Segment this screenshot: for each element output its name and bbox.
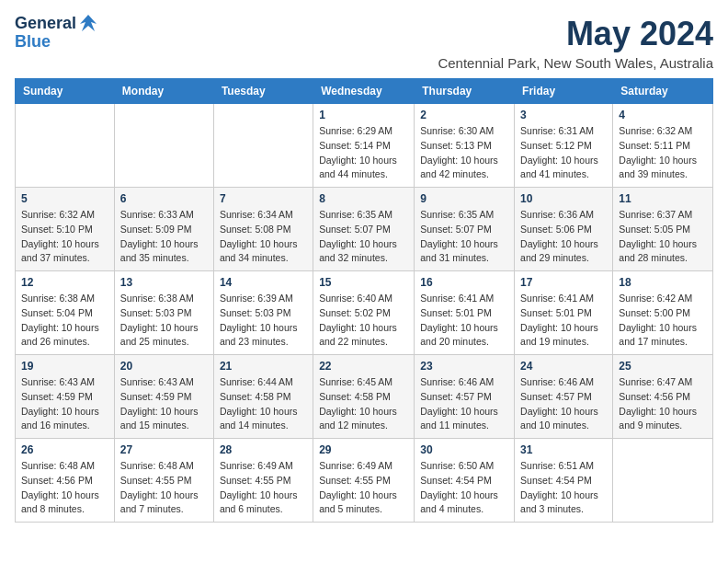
calendar-cell: 13Sunrise: 6:38 AM Sunset: 5:03 PM Dayli… (114, 271, 213, 355)
calendar-cell: 1Sunrise: 6:29 AM Sunset: 5:14 PM Daylig… (313, 104, 415, 188)
day-info: Sunrise: 6:30 AM Sunset: 5:13 PM Dayligh… (420, 124, 508, 182)
calendar-header-saturday: Saturday (613, 79, 713, 104)
calendar-header-row: SundayMondayTuesdayWednesdayThursdayFrid… (16, 79, 713, 104)
day-info: Sunrise: 6:31 AM Sunset: 5:12 PM Dayligh… (520, 124, 607, 182)
calendar-cell: 15Sunrise: 6:40 AM Sunset: 5:02 PM Dayli… (313, 271, 415, 355)
day-number: 27 (120, 443, 208, 456)
calendar-cell: 20Sunrise: 6:43 AM Sunset: 4:59 PM Dayli… (114, 355, 213, 439)
calendar-cell: 25Sunrise: 6:47 AM Sunset: 4:56 PM Dayli… (613, 355, 713, 439)
page-header: General Blue May 2024 Centennial Park, N… (15, 15, 713, 71)
day-info: Sunrise: 6:41 AM Sunset: 5:01 PM Dayligh… (520, 292, 607, 350)
day-info: Sunrise: 6:38 AM Sunset: 5:04 PM Dayligh… (21, 292, 108, 350)
calendar-week-row: 26Sunrise: 6:48 AM Sunset: 4:56 PM Dayli… (16, 439, 713, 523)
calendar-cell: 19Sunrise: 6:43 AM Sunset: 4:59 PM Dayli… (16, 355, 115, 439)
calendar-cell: 28Sunrise: 6:49 AM Sunset: 4:55 PM Dayli… (213, 439, 313, 523)
day-number: 20 (120, 360, 208, 373)
logo-bird-icon (78, 13, 98, 33)
day-number: 8 (319, 192, 408, 205)
calendar-cell: 23Sunrise: 6:46 AM Sunset: 4:57 PM Dayli… (415, 355, 515, 439)
day-number: 7 (220, 192, 307, 205)
calendar-cell: 10Sunrise: 6:36 AM Sunset: 5:06 PM Dayli… (515, 188, 613, 271)
day-number: 19 (21, 360, 108, 373)
day-number: 21 (220, 360, 307, 373)
calendar-week-row: 5Sunrise: 6:32 AM Sunset: 5:10 PM Daylig… (16, 188, 713, 271)
day-number: 23 (420, 360, 508, 373)
day-number: 5 (21, 192, 108, 205)
calendar-cell: 17Sunrise: 6:41 AM Sunset: 5:01 PM Dayli… (515, 271, 613, 355)
day-info: Sunrise: 6:51 AM Sunset: 4:54 PM Dayligh… (520, 459, 607, 517)
calendar-cell: 16Sunrise: 6:41 AM Sunset: 5:01 PM Dayli… (415, 271, 515, 355)
day-number: 18 (619, 276, 707, 289)
day-number: 22 (319, 360, 408, 373)
calendar-cell (213, 104, 313, 188)
day-info: Sunrise: 6:48 AM Sunset: 4:55 PM Dayligh… (120, 459, 208, 517)
calendar-cell: 3Sunrise: 6:31 AM Sunset: 5:12 PM Daylig… (515, 104, 613, 188)
day-number: 29 (319, 443, 408, 456)
day-number: 28 (220, 443, 307, 456)
calendar-week-row: 19Sunrise: 6:43 AM Sunset: 4:59 PM Dayli… (16, 355, 713, 439)
title-area: May 2024 Centennial Park, New South Wale… (438, 15, 713, 71)
day-info: Sunrise: 6:32 AM Sunset: 5:11 PM Dayligh… (619, 124, 707, 182)
calendar-cell (613, 439, 713, 523)
logo-text-blue: Blue (15, 33, 98, 52)
day-info: Sunrise: 6:46 AM Sunset: 4:57 PM Dayligh… (520, 375, 607, 433)
day-number: 31 (520, 443, 607, 456)
calendar-cell: 4Sunrise: 6:32 AM Sunset: 5:11 PM Daylig… (613, 104, 713, 188)
day-number: 17 (520, 276, 607, 289)
calendar-cell: 14Sunrise: 6:39 AM Sunset: 5:03 PM Dayli… (213, 271, 313, 355)
day-info: Sunrise: 6:40 AM Sunset: 5:02 PM Dayligh… (319, 292, 408, 350)
day-info: Sunrise: 6:47 AM Sunset: 4:56 PM Dayligh… (619, 375, 707, 433)
calendar-cell: 5Sunrise: 6:32 AM Sunset: 5:10 PM Daylig… (16, 188, 115, 271)
calendar-cell: 9Sunrise: 6:35 AM Sunset: 5:07 PM Daylig… (415, 188, 515, 271)
day-number: 9 (420, 192, 508, 205)
day-number: 2 (420, 109, 508, 121)
day-info: Sunrise: 6:45 AM Sunset: 4:58 PM Dayligh… (319, 375, 408, 433)
day-number: 25 (619, 360, 707, 373)
calendar-cell: 24Sunrise: 6:46 AM Sunset: 4:57 PM Dayli… (515, 355, 613, 439)
day-number: 6 (120, 192, 208, 205)
day-info: Sunrise: 6:42 AM Sunset: 5:00 PM Dayligh… (619, 292, 707, 350)
day-info: Sunrise: 6:49 AM Sunset: 4:55 PM Dayligh… (319, 459, 408, 517)
day-info: Sunrise: 6:33 AM Sunset: 5:09 PM Dayligh… (120, 208, 208, 266)
day-number: 11 (619, 192, 707, 205)
svg-marker-0 (80, 15, 97, 31)
calendar-cell: 8Sunrise: 6:35 AM Sunset: 5:07 PM Daylig… (313, 188, 415, 271)
calendar-cell: 11Sunrise: 6:37 AM Sunset: 5:05 PM Dayli… (613, 188, 713, 271)
day-info: Sunrise: 6:35 AM Sunset: 5:07 PM Dayligh… (319, 208, 408, 266)
day-info: Sunrise: 6:32 AM Sunset: 5:10 PM Dayligh… (21, 208, 108, 266)
day-info: Sunrise: 6:48 AM Sunset: 4:56 PM Dayligh… (21, 459, 108, 517)
calendar-header-thursday: Thursday (415, 79, 515, 104)
calendar-header-friday: Friday (515, 79, 613, 104)
day-info: Sunrise: 6:44 AM Sunset: 4:58 PM Dayligh… (220, 375, 307, 433)
calendar-cell (114, 104, 213, 188)
day-info: Sunrise: 6:46 AM Sunset: 4:57 PM Dayligh… (420, 375, 508, 433)
day-number: 10 (520, 192, 607, 205)
calendar-cell: 18Sunrise: 6:42 AM Sunset: 5:00 PM Dayli… (613, 271, 713, 355)
day-info: Sunrise: 6:36 AM Sunset: 5:06 PM Dayligh… (520, 208, 607, 266)
day-number: 13 (120, 276, 208, 289)
calendar-cell: 6Sunrise: 6:33 AM Sunset: 5:09 PM Daylig… (114, 188, 213, 271)
calendar-header-wednesday: Wednesday (313, 79, 415, 104)
main-title: May 2024 (438, 15, 713, 53)
day-number: 3 (520, 109, 607, 121)
calendar-header-monday: Monday (114, 79, 213, 104)
day-number: 14 (220, 276, 307, 289)
calendar-week-row: 1Sunrise: 6:29 AM Sunset: 5:14 PM Daylig… (16, 104, 713, 188)
calendar-cell: 12Sunrise: 6:38 AM Sunset: 5:04 PM Dayli… (16, 271, 115, 355)
day-number: 26 (21, 443, 108, 456)
logo: General Blue (15, 15, 98, 52)
day-number: 12 (21, 276, 108, 289)
day-info: Sunrise: 6:38 AM Sunset: 5:03 PM Dayligh… (120, 292, 208, 350)
day-number: 16 (420, 276, 508, 289)
day-info: Sunrise: 6:50 AM Sunset: 4:54 PM Dayligh… (420, 459, 508, 517)
calendar-week-row: 12Sunrise: 6:38 AM Sunset: 5:04 PM Dayli… (16, 271, 713, 355)
day-info: Sunrise: 6:37 AM Sunset: 5:05 PM Dayligh… (619, 208, 707, 266)
calendar-cell: 7Sunrise: 6:34 AM Sunset: 5:08 PM Daylig… (213, 188, 313, 271)
calendar-table: SundayMondayTuesdayWednesdayThursdayFrid… (15, 78, 713, 523)
day-info: Sunrise: 6:39 AM Sunset: 5:03 PM Dayligh… (220, 292, 307, 350)
day-number: 24 (520, 360, 607, 373)
day-number: 1 (319, 109, 408, 121)
calendar-cell: 22Sunrise: 6:45 AM Sunset: 4:58 PM Dayli… (313, 355, 415, 439)
calendar-cell: 29Sunrise: 6:49 AM Sunset: 4:55 PM Dayli… (313, 439, 415, 523)
logo-text-general: General (15, 15, 76, 33)
